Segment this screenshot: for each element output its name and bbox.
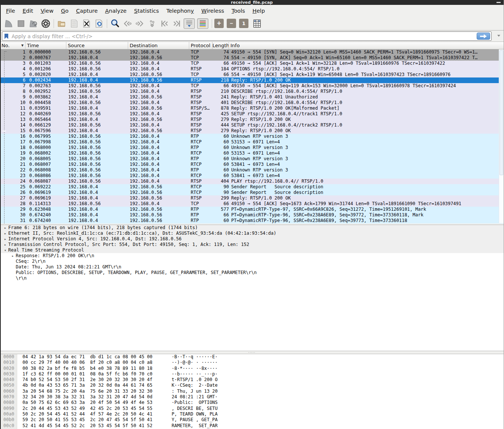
go-last-icon[interactable] bbox=[171, 18, 182, 29]
hex-row-0030[interactable]: 00301f c3 62 ff 00 00 01 01 08 0a 5f fc … bbox=[0, 371, 504, 377]
packet-row-11[interactable]: 11 0.039591 192.168.0.4 192.168.0.56 RTS… bbox=[0, 106, 504, 111]
packet-row-7[interactable]: 7 0.002763 192.168.0.56 192.168.0.4 TCP … bbox=[0, 83, 504, 89]
hex-row-0070[interactable]: 007032 34 20 30 38 3a 32 31 3a 32 31 20 … bbox=[0, 394, 504, 400]
hex-row-0050[interactable]: 00504b 0d 0a 43 53 65 71 3a 20 32 0d 0a … bbox=[0, 383, 504, 388]
open-file-icon[interactable] bbox=[56, 18, 67, 29]
packet-row-25[interactable]: 25 0.069222 192.168.0.4 192.168.0.56 RTC… bbox=[0, 184, 504, 190]
packet-row-12[interactable]: 12 0.040269 192.168.0.56 192.168.0.4 RTS… bbox=[0, 111, 504, 117]
packet-row-19[interactable]: 19 0.068002 192.168.0.56 192.168.0.4 RTC… bbox=[0, 150, 504, 156]
packet-row-6[interactable]: 6 0.002434 192.168.0.4 192.168.0.56 RTSP… bbox=[0, 77, 504, 83]
packet-row-22[interactable]: 22 0.068008 192.168.0.56 192.168.0.4 RTP… bbox=[0, 167, 504, 173]
detail-line-2[interactable]: ▸Internet Protocol Version 4, Src: 192.1… bbox=[0, 236, 504, 242]
go-forward-icon[interactable] bbox=[134, 18, 145, 29]
detail-line-3[interactable]: ▸Transmission Control Protocol, Src Port… bbox=[0, 242, 504, 247]
detail-line-0[interactable]: ▸Frame 6: 218 bytes on wire (1744 bits),… bbox=[0, 225, 504, 231]
detail-line-4[interactable]: ▾Real Time Streaming Protocol bbox=[0, 247, 504, 253]
zoom-out-button[interactable]: － bbox=[227, 19, 236, 28]
detail-line-7[interactable]: Date: Thu, Jun 13 2024 08:21:21 GMT\r\n bbox=[0, 264, 504, 270]
hex-row-00b0[interactable]: 00b059 2c 20 50 41 55 53 45 2c 20 47 45 … bbox=[0, 417, 504, 423]
packet-row-3[interactable]: 3 0.001203 192.168.0.56 192.168.0.4 TCP … bbox=[0, 61, 504, 66]
column-header-destination[interactable]: Destination bbox=[128, 42, 189, 49]
capture-start-icon[interactable] bbox=[3, 18, 14, 29]
scrollbar-thumb[interactable] bbox=[500, 50, 503, 175]
go-to-packet-icon[interactable] bbox=[147, 18, 158, 29]
collapsed-arrow-icon[interactable]: ▸ bbox=[2, 225, 8, 231]
hex-row-0040[interactable]: 004074 b0 52 54 53 50 2f 31 2e 30 20 32 … bbox=[0, 377, 504, 383]
display-filter-field[interactable] bbox=[2, 31, 492, 41]
menu-item-tools[interactable]: Tools bbox=[228, 6, 249, 16]
hex-row-0020[interactable]: 002000 38 02 2a bf fe f8 b5 b4 e0 38 78 … bbox=[0, 366, 504, 371]
filter-bookmark-icon[interactable] bbox=[4, 33, 9, 39]
hex-row-0060[interactable]: 00603a 20 54 68 75 2c 20 4a 75 6e 20 31 … bbox=[0, 389, 504, 394]
save-file-icon[interactable]: 010101100111 bbox=[69, 18, 80, 29]
column-header-source[interactable]: Source bbox=[66, 42, 128, 49]
menu-item-capture[interactable]: Capture bbox=[72, 6, 102, 16]
menu-item-analyze[interactable]: Analyze bbox=[102, 6, 130, 16]
packet-row-21[interactable]: 21 0.068007 192.168.0.56 192.168.0.4 RTC… bbox=[0, 162, 504, 167]
minimize-button[interactable] bbox=[497, 2, 501, 3]
menu-item-statistics[interactable]: Statistics bbox=[130, 6, 163, 16]
capture-options-icon[interactable] bbox=[40, 18, 51, 29]
menu-item-wireless[interactable]: Wireless bbox=[197, 6, 228, 16]
capture-restart-icon[interactable] bbox=[28, 18, 39, 29]
packet-row-4[interactable]: 4 0.001206 192.168.0.56 192.168.0.4 RTSP… bbox=[0, 66, 504, 72]
packet-row-15[interactable]: 15 0.067596 192.168.0.4 192.168.0.56 RTS… bbox=[0, 128, 504, 134]
display-filter-input[interactable] bbox=[9, 33, 477, 39]
go-back-icon[interactable] bbox=[122, 18, 133, 29]
filter-history-caret[interactable] bbox=[497, 35, 500, 37]
zoom-in-button[interactable]: + bbox=[214, 19, 224, 28]
go-first-icon[interactable] bbox=[159, 18, 170, 29]
packet-row-17[interactable]: 17 0.067998 192.168.0.56 192.168.0.4 RTC… bbox=[0, 139, 504, 145]
packet-row-8[interactable]: 8 0.002952 192.168.0.56 192.168.0.4 RTSP… bbox=[0, 89, 504, 94]
collapsed-arrow-icon[interactable]: ▸ bbox=[2, 236, 8, 242]
packet-row-29[interactable]: 29 0.623048 192.168.0.4 192.168.0.56 RTP… bbox=[0, 207, 504, 212]
packet-row-23[interactable]: 23 0.068086 192.168.0.56 192.168.0.4 RTC… bbox=[0, 173, 504, 179]
column-header-length[interactable]: Length bbox=[212, 42, 229, 49]
menu-item-telephony[interactable]: Telephony bbox=[163, 6, 197, 16]
packet-row-31[interactable]: 31 0.674240 192.168.0.4 192.168.0.56 RTP… bbox=[0, 218, 504, 223]
find-packet-icon[interactable] bbox=[109, 18, 121, 29]
reload-file-icon[interactable] bbox=[93, 18, 105, 29]
colorize-toggle[interactable] bbox=[197, 18, 208, 29]
packet-row-30[interactable]: 30 0.674240 192.168.0.4 192.168.0.56 RTP… bbox=[0, 212, 504, 218]
detail-line-9[interactable]: \r\n bbox=[0, 276, 504, 281]
packet-row-1[interactable]: 1 0.000000 192.168.0.56 192.168.0.4 TCP … bbox=[0, 49, 504, 55]
column-header-no[interactable]: No.▼ bbox=[0, 42, 25, 49]
menu-item-help[interactable]: Help bbox=[249, 6, 269, 16]
packet-row-28[interactable]: 28 0.114313 192.168.0.56 192.168.0.4 TCP… bbox=[0, 201, 504, 207]
filter-apply-button[interactable] bbox=[477, 33, 490, 40]
collapsed-arrow-icon[interactable]: ▸ bbox=[10, 253, 16, 259]
collapsed-arrow-icon[interactable]: ▸ bbox=[2, 231, 8, 236]
packet-row-10[interactable]: 10 0.004458 192.168.0.56 192.168.0.4 RTS… bbox=[0, 100, 504, 106]
column-header-protocol[interactable]: Protocol bbox=[189, 42, 212, 49]
menu-item-file[interactable]: File bbox=[2, 6, 19, 16]
details-bytes-splitter[interactable]: ····· bbox=[0, 351, 504, 354]
hex-row-0090[interactable]: 00902c 20 44 45 53 43 52 49 42 45 2c 20 … bbox=[0, 406, 504, 411]
detail-line-6[interactable]: CSeq: 2\r\n bbox=[0, 259, 504, 264]
packet-row-18[interactable]: 18 0.068000 192.168.0.56 192.168.0.4 RTP… bbox=[0, 145, 504, 150]
menu-item-go[interactable]: Go bbox=[57, 6, 72, 16]
packet-row-16[interactable]: 16 0.067995 192.168.0.56 192.168.0.4 RTP… bbox=[0, 134, 504, 139]
hex-row-00c0[interactable]: 00c052 41 4d 45 54 45 52 2c 20 53 45 54 … bbox=[0, 423, 504, 429]
packet-row-27[interactable]: 27 0.069619 192.168.0.4 192.168.0.56 RTS… bbox=[0, 195, 504, 201]
resize-columns-button[interactable] bbox=[251, 18, 263, 29]
menu-item-view[interactable]: View bbox=[37, 6, 57, 16]
auto-scroll-toggle[interactable] bbox=[184, 18, 195, 29]
packet-row-2[interactable]: 2 0.000767 192.168.0.4 192.168.0.56 TCP … bbox=[0, 55, 504, 61]
hex-row-0010[interactable]: 001000 cc 29 7f 40 00 40 06 8f 20 c0 a8 … bbox=[0, 360, 504, 365]
zoom-original-button[interactable]: 1 bbox=[239, 19, 248, 28]
packet-row-20[interactable]: 20 0.068005 192.168.0.56 192.168.0.4 RTP… bbox=[0, 156, 504, 162]
detail-line-1[interactable]: ▸Ethernet II, Src: ReolinkI_d1:1c:ca (ec… bbox=[0, 231, 504, 236]
packet-row-24[interactable]: 24 0.068087 192.168.0.56 192.168.0.4 RTS… bbox=[0, 179, 504, 184]
packet-row-5[interactable]: 5 0.002020 192.168.0.4 192.168.0.56 TCP … bbox=[0, 72, 504, 77]
column-header-info[interactable]: Info bbox=[229, 42, 504, 49]
capture-stop-icon[interactable] bbox=[15, 18, 27, 29]
packet-row-26[interactable]: 26 0.069619 192.168.0.4 192.168.0.56 RTC… bbox=[0, 190, 504, 195]
packet-row-14[interactable]: 14 0.066129 192.168.0.56 192.168.0.4 RTS… bbox=[0, 122, 504, 128]
hex-row-0000[interactable]: 000004 42 1a 93 54 da ec 71 db d1 1c ca … bbox=[0, 354, 504, 360]
column-header-time[interactable]: Time bbox=[25, 42, 66, 49]
expanded-arrow-icon[interactable]: ▾ bbox=[2, 247, 8, 253]
hex-row-0080[interactable]: 00800a 50 75 62 6c 69 63 3a 20 4f 50 54 … bbox=[0, 400, 504, 405]
packet-row-13[interactable]: 13 0.065464 192.168.0.4 192.168.0.56 RTS… bbox=[0, 117, 504, 122]
collapsed-arrow-icon[interactable]: ▸ bbox=[2, 242, 8, 247]
